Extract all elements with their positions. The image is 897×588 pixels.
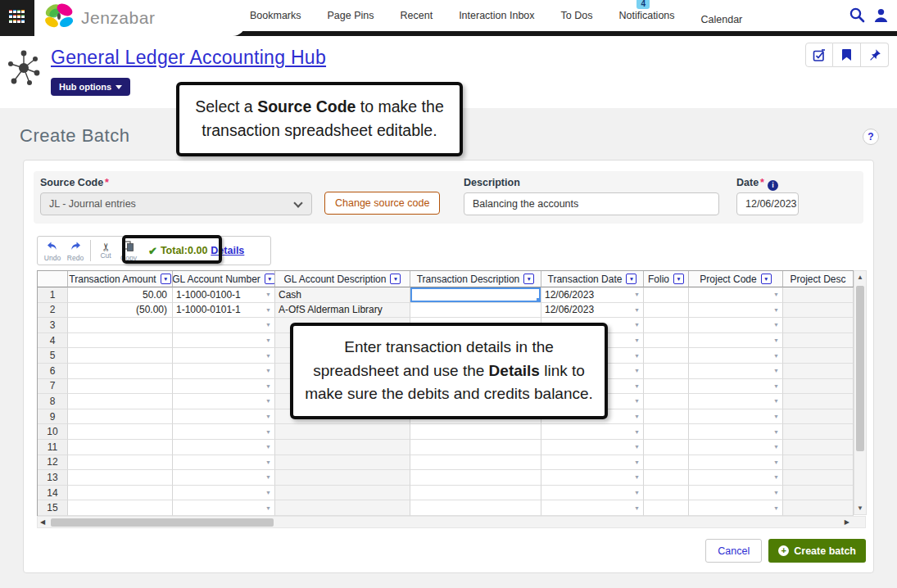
- cell-r2-tx_date[interactable]: 12/06/2023▼: [541, 303, 644, 319]
- cell-r8-gl_number[interactable]: ▼: [173, 394, 275, 409]
- cell-r9-project_code[interactable]: ▼: [689, 409, 783, 425]
- cell-r13-amount[interactable]: [68, 470, 173, 486]
- cell-r12-gl_number[interactable]: ▼: [173, 455, 275, 471]
- cell-r4-num[interactable]: 4: [38, 333, 68, 349]
- cell-dropdown-icon[interactable]: ▼: [773, 414, 779, 419]
- cell-r9-amount[interactable]: [68, 409, 173, 425]
- cell-r7-num[interactable]: 7: [38, 379, 68, 395]
- cell-r12-amount[interactable]: [68, 455, 173, 471]
- cell-r6-project_code[interactable]: ▼: [689, 364, 783, 379]
- cell-r15-tx_date[interactable]: ▼: [541, 500, 644, 516]
- help-button[interactable]: ?: [863, 129, 879, 145]
- description-field[interactable]: Balancing the accounts: [464, 192, 719, 215]
- cell-r13-tx_desc[interactable]: [410, 470, 541, 486]
- cell-dropdown-icon[interactable]: ▼: [634, 459, 640, 465]
- cell-r10-project_code[interactable]: ▼: [689, 424, 783, 440]
- cell-r8-folio[interactable]: [644, 394, 689, 409]
- cell-dropdown-icon[interactable]: ▼: [265, 444, 271, 450]
- cell-r11-project_desc[interactable]: [783, 440, 854, 455]
- cell-dropdown-icon[interactable]: ▼: [773, 337, 779, 343]
- app-grid-button[interactable]: [0, 0, 34, 36]
- cell-r15-tx_desc[interactable]: [410, 500, 541, 516]
- cell-dropdown-icon[interactable]: ▼: [773, 322, 779, 328]
- cell-r15-project_desc[interactable]: [783, 500, 854, 516]
- cell-r10-tx_desc[interactable]: [410, 424, 541, 440]
- vertical-scrollbar[interactable]: ▲ ▼: [854, 270, 867, 515]
- vertical-scroll-thumb[interactable]: [856, 286, 864, 451]
- cell-r1-amount[interactable]: 50.00: [68, 287, 173, 303]
- cell-dropdown-icon[interactable]: ▼: [265, 459, 271, 465]
- cell-r12-num[interactable]: 12: [38, 455, 68, 471]
- bookmark-button[interactable]: [833, 43, 861, 67]
- cell-r15-gl_number[interactable]: ▼: [173, 500, 275, 516]
- cell-r9-num[interactable]: 9: [38, 409, 68, 425]
- cell-r2-project_desc[interactable]: [783, 303, 854, 319]
- cell-dropdown-icon[interactable]: ▼: [634, 353, 640, 359]
- source-code-select[interactable]: JL - Journal entries: [40, 192, 312, 215]
- cell-r14-num[interactable]: 14: [38, 486, 68, 501]
- cell-dropdown-icon[interactable]: ▼: [265, 429, 271, 435]
- cell-r10-num[interactable]: 10: [38, 424, 68, 440]
- cell-r3-project_desc[interactable]: [783, 318, 854, 333]
- cell-dropdown-icon[interactable]: ▼: [634, 505, 640, 511]
- cell-r5-amount[interactable]: [68, 348, 173, 364]
- cell-r2-folio[interactable]: [644, 303, 689, 319]
- cell-r12-project_desc[interactable]: [783, 455, 854, 471]
- nav-item-recent[interactable]: Recent: [401, 10, 433, 21]
- brand-logo[interactable]: Jenzabar: [34, 0, 246, 36]
- cell-r5-folio[interactable]: [644, 348, 689, 364]
- page-hub-title-link[interactable]: General Ledger Accounting Hub: [51, 47, 326, 69]
- cell-r12-folio[interactable]: [644, 455, 689, 471]
- scroll-up-icon[interactable]: ▲: [854, 274, 866, 281]
- cell-r1-gl_number[interactable]: 1-1000-0100-1▼: [173, 287, 275, 303]
- cell-r1-num[interactable]: 1: [38, 287, 68, 303]
- cell-r15-amount[interactable]: [68, 500, 173, 516]
- cell-r1-tx_date[interactable]: 12/06/2023▼: [541, 287, 644, 303]
- cell-r4-project_code[interactable]: ▼: [689, 333, 783, 349]
- cell-r3-project_code[interactable]: ▼: [689, 318, 783, 333]
- cell-dropdown-icon[interactable]: ▼: [773, 459, 779, 465]
- cell-r2-project_code[interactable]: ▼: [689, 303, 783, 319]
- cell-r15-folio[interactable]: [644, 500, 689, 516]
- cell-r8-num[interactable]: 8: [38, 394, 68, 409]
- cell-r13-tx_date[interactable]: ▼: [541, 470, 644, 486]
- column-filter-icon[interactable]: ▼: [626, 274, 637, 284]
- cell-r5-project_desc[interactable]: [783, 348, 854, 364]
- user-icon[interactable]: [873, 7, 889, 26]
- cell-r12-gl_desc[interactable]: [275, 455, 410, 471]
- cell-r10-gl_desc[interactable]: [275, 424, 410, 440]
- cell-dropdown-icon[interactable]: ▼: [634, 292, 640, 297]
- cell-r11-project_code[interactable]: ▼: [689, 440, 783, 455]
- cell-dropdown-icon[interactable]: ▼: [773, 490, 779, 495]
- cell-dropdown-icon[interactable]: ▼: [634, 383, 640, 389]
- cell-dropdown-icon[interactable]: ▼: [773, 307, 779, 313]
- cell-dropdown-icon[interactable]: ▼: [265, 322, 271, 328]
- cell-dropdown-icon[interactable]: ▼: [265, 307, 271, 313]
- cell-r10-tx_date[interactable]: ▼: [541, 424, 644, 440]
- search-icon[interactable]: [849, 7, 866, 27]
- column-filter-icon[interactable]: ▼: [761, 274, 772, 284]
- cell-dropdown-icon[interactable]: ▼: [634, 490, 640, 495]
- cell-r11-tx_desc[interactable]: [410, 440, 541, 455]
- cell-r1-project_code[interactable]: ▼: [689, 287, 783, 303]
- cell-dropdown-icon[interactable]: ▼: [773, 398, 779, 404]
- cell-dropdown-icon[interactable]: ▼: [634, 322, 640, 328]
- column-filter-icon[interactable]: ▼: [523, 274, 534, 284]
- cell-r9-folio[interactable]: [644, 409, 689, 425]
- cell-r1-folio[interactable]: [644, 287, 689, 303]
- create-batch-button[interactable]: + Create batch: [768, 539, 866, 563]
- info-icon[interactable]: i: [768, 180, 778, 191]
- cell-r1-project_desc[interactable]: [783, 287, 854, 303]
- cell-r14-gl_number[interactable]: ▼: [173, 486, 275, 501]
- cell-dropdown-icon[interactable]: ▼: [634, 398, 640, 404]
- date-field[interactable]: 12/06/2023: [736, 192, 799, 215]
- cell-r4-amount[interactable]: [68, 333, 173, 349]
- nav-item-calendar[interactable]: Calendar: [701, 14, 743, 25]
- cell-r5-num[interactable]: 5: [38, 348, 68, 364]
- cell-dropdown-icon[interactable]: ▼: [773, 292, 779, 297]
- cell-r1-tx_desc[interactable]: [410, 287, 541, 303]
- cell-r3-amount[interactable]: [68, 318, 173, 333]
- cell-r14-project_desc[interactable]: [783, 486, 854, 501]
- cell-r13-num[interactable]: 13: [38, 470, 68, 486]
- cell-r4-gl_number[interactable]: ▼: [173, 333, 275, 349]
